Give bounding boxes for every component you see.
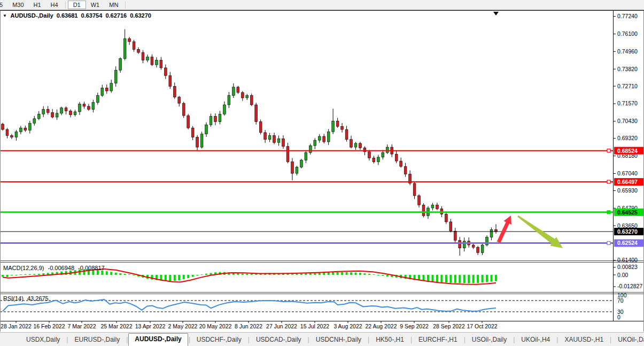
timeframe-button-m30[interactable]: M30: [7, 1, 28, 9]
chart-canvas[interactable]: 0.008230.00-0.0128271007030028 Jan 20221…: [0, 0, 644, 332]
macd-main-value: -0.006948: [48, 265, 74, 271]
timeframe-button-d1[interactable]: D1: [68, 1, 86, 9]
timeframe-button-h4[interactable]: H4: [46, 1, 63, 9]
price-tick-label: 0.67040: [617, 170, 638, 176]
date-tick-label: 28 Sep 2022: [433, 323, 465, 329]
toolbar-separator: [125, 2, 126, 9]
price-badge: 0.64525: [617, 209, 638, 216]
date-tick-label: 22 Aug 2022: [366, 323, 397, 329]
symbol-tab-bar: USDX,Daily|EURUSD-,Daily|AUDUSD-,Daily|U…: [0, 332, 644, 346]
timeframe-button-w1[interactable]: W1: [86, 1, 105, 9]
ohlc-open: 0.63681: [57, 12, 78, 19]
price-tick-label: 0.65930: [617, 187, 638, 194]
chart-tab-xauusdh1[interactable]: XAUUSD-,H1: [558, 334, 609, 345]
date-tick-label: 16 Feb 2022: [34, 323, 65, 329]
date-tick-label: 8 Jun 2022: [235, 323, 262, 329]
price-tick-label: 0.63650: [617, 222, 638, 229]
macd-axis-label: -0.012827: [617, 283, 642, 289]
date-tick-label: 7 Mar 2022: [67, 323, 96, 329]
macd-name: MACD(12,26,9): [3, 265, 44, 271]
date-tick-label: 25 Mar 2022: [101, 323, 133, 329]
timeframe-button-h1[interactable]: H1: [29, 1, 46, 9]
ohlc-high: 0.63754: [81, 12, 103, 19]
date-tick-label: 13 Apr 2022: [135, 323, 166, 329]
date-tick-label: 27 Jun 2022: [266, 323, 297, 329]
chart-tab-usdcnhdaily[interactable]: USDCNH-,Daily: [310, 334, 367, 345]
macd-axis-label: 0.00: [617, 272, 629, 278]
price-tick-label: 0.61400: [617, 257, 638, 263]
chart-tab-eurchfh1[interactable]: EURCHF-,H1: [413, 334, 463, 345]
chart-tab-usoildaily[interactable]: USOil-,Daily: [466, 334, 513, 345]
price-tick-label: 0.72710: [617, 83, 638, 89]
symbol-dropdown-icon[interactable]: ▼: [3, 13, 7, 18]
price-tick-label: 0.76100: [617, 30, 638, 37]
chart-tab-eurusddaily[interactable]: EURUSD-,Daily: [68, 334, 126, 345]
macd-axis-label: 0.00823: [617, 264, 638, 270]
timeframe-toolbar: 5M30H1H4D1W1MN: [0, 0, 644, 10]
price-tick-label: 0.70430: [617, 118, 638, 124]
chart-tab-ukoildaily[interactable]: UKOil-,Daily: [612, 334, 644, 345]
timeframe-button-5[interactable]: 5: [0, 1, 7, 9]
chart-tab-usdcaddaily[interactable]: USDCAD-,Daily: [250, 334, 307, 345]
price-badge: 0.66497: [617, 179, 638, 185]
chart-tab-usdchfdaily[interactable]: USDCHF-,Daily: [191, 334, 247, 345]
price-tick-label: 0.77240: [617, 13, 638, 19]
ohlc-low: 0.62716: [105, 12, 127, 19]
trading-app-window: 5M30H1H4D1W1MN 0.008230.00-0.01282710070…: [0, 0, 644, 346]
date-tick-label: 3 Aug 2022: [333, 323, 362, 329]
price-tick-label: 0.71570: [617, 100, 638, 106]
date-tick-label: 2 May 2022: [168, 323, 198, 329]
price-badge: 0.63270: [617, 228, 638, 235]
macd-signal-value: -0.008817: [78, 265, 105, 271]
price-badge: 0.68524: [617, 148, 638, 154]
rsi-value: 43.2675: [27, 295, 49, 302]
toolbar-separator: [65, 2, 66, 9]
chart-tab-hk50h1[interactable]: HK50-,H1: [370, 334, 410, 345]
price-tick-label: 0.69320: [617, 135, 638, 141]
rsi-axis-label: 70: [617, 297, 624, 304]
rsi-indicator-label: RSI(14) 43.2675: [3, 295, 51, 302]
date-tick-label: 9 Sep 2022: [400, 323, 429, 329]
date-tick-label: 15 Jul 2022: [300, 323, 329, 329]
date-tick-label: 20 May 2022: [199, 323, 232, 329]
chart-title: ▼ AUDUSD-,Daily 0.63681 0.63754 0.62716 …: [3, 12, 153, 19]
rsi-name: RSI(14): [3, 295, 24, 302]
price-tick-label: 0.73820: [617, 66, 638, 72]
price-tick-label: 0.74960: [617, 48, 638, 55]
date-tick-label: 17 Oct 2022: [467, 323, 497, 329]
chart-tab-audusddaily[interactable]: AUDUSD-,Daily: [128, 333, 188, 346]
rsi-axis-label: 0: [617, 314, 620, 320]
chart-tab-usdxdaily[interactable]: USDX,Daily: [20, 334, 66, 345]
chart-tab-ukoilh4[interactable]: UKOil-,H4: [515, 334, 556, 345]
chart-symbol-label: AUDUSD-,Daily: [11, 12, 53, 19]
ohlc-close: 0.63270: [130, 12, 151, 19]
price-badge: 0.62524: [617, 240, 638, 246]
date-tick-label: 28 Jan 2022: [1, 323, 32, 329]
macd-indicator-label: MACD(12,26,9) -0.006948 -0.008817: [3, 265, 107, 271]
timeframe-button-mn[interactable]: MN: [104, 1, 123, 9]
